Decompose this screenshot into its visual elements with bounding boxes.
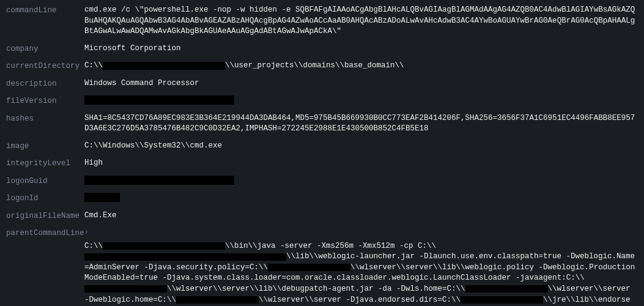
value-image: C:\\Windows\\System32\\cmd.exe — [84, 141, 644, 152]
field-description: description Windows Command Processor — [0, 77, 644, 91]
pcl-seg: \\wlserver\\server\\lib\\debugpatch-agen… — [167, 285, 465, 293]
label-company: company — [0, 43, 84, 55]
parentcommandline-text: C:\\\\bin\\java -server -Xms256m -Xmx512… — [84, 241, 638, 306]
label-logonguid: logonGuid — [0, 176, 84, 187]
cd-pre: C:\\ — [84, 61, 103, 70]
field-image: image C:\\Windows\\System32\\cmd.exe — [0, 140, 644, 154]
redacted-segment — [268, 264, 350, 271]
field-company: company Microsoft Corporation — [0, 42, 644, 56]
label-currentdirectory: currentDirectory — [0, 61, 84, 72]
pcl-seg: \\bin\\java -server -Xms256m -Xmx512m -c… — [225, 242, 436, 250]
label-commandline: commandLine — [0, 5, 84, 17]
redacted-segment — [465, 285, 548, 293]
label-fileversion: fileVersion — [0, 95, 84, 107]
value-logonguid — [84, 176, 644, 187]
label-description: description — [0, 78, 84, 90]
label-image: image — [0, 141, 84, 152]
value-fileversion — [84, 95, 644, 106]
label-parentcommandline: parentCommandLine — [0, 228, 84, 239]
label-integritylevel: integrityLevel — [0, 158, 84, 170]
field-logonid: logonId — [0, 192, 644, 206]
value-originalfilename: Cmd.Exe — [84, 211, 644, 222]
field-originalfilename: originalFileName Cmd.Exe — [0, 209, 644, 223]
redacted-segment — [84, 285, 167, 293]
cd-post: \\user_projects\\domains\\base_domain\\ — [225, 61, 404, 70]
field-logonguid: logonGuid — [0, 174, 644, 188]
field-fileversion: fileVersion — [0, 94, 644, 108]
label-logonid: logonId — [0, 193, 84, 204]
field-currentdirectory: currentDirectory C:\\\\user_projects\\do… — [0, 59, 644, 73]
label-hashes: hashes — [0, 113, 84, 125]
field-hashes: hashes SHA1=8C5437CD76A89EC983E3B364E219… — [0, 112, 644, 136]
value-commandline: cmd.exe /c \"powershell.exe -nop -w hidd… — [84, 5, 644, 37]
value-currentdirectory: C:\\\\user_projects\\domains\\base_domai… — [84, 61, 644, 72]
value-parentcommandline: › C:\\\\bin\\java -server -Xms256m -Xmx5… — [84, 228, 644, 306]
field-commandline: commandLine cmd.exe /c \"powershell.exe … — [0, 4, 644, 39]
chevron-right-icon[interactable]: › — [84, 228, 89, 237]
value-description: Windows Command Processor — [84, 78, 644, 89]
redacted-segment — [461, 296, 543, 304]
redacted-segment — [84, 176, 234, 185]
redacted-segment — [84, 253, 286, 261]
field-parentcommandline: parentCommandLine › C:\\\\bin\\java -ser… — [0, 226, 644, 306]
value-company: Microsoft Corporation — [84, 43, 644, 54]
value-integritylevel: High — [84, 158, 644, 169]
value-logonid — [84, 193, 644, 204]
redacted-segment — [103, 242, 225, 250]
pcl-seg: \\wlserver\\server -Djava.endorsed.dirs=… — [259, 296, 461, 304]
field-integritylevel: integrityLevel High — [0, 157, 644, 171]
pcl-seg: C:\\ — [84, 242, 103, 250]
redacted-segment — [84, 95, 234, 105]
redacted-segment — [103, 62, 225, 70]
redacted-segment — [176, 296, 259, 304]
redacted-segment — [84, 193, 120, 202]
label-originalfilename: originalFileName — [0, 211, 84, 222]
value-hashes: SHA1=8C5437CD76A89EC983E3B364E219944DA3D… — [84, 113, 644, 135]
